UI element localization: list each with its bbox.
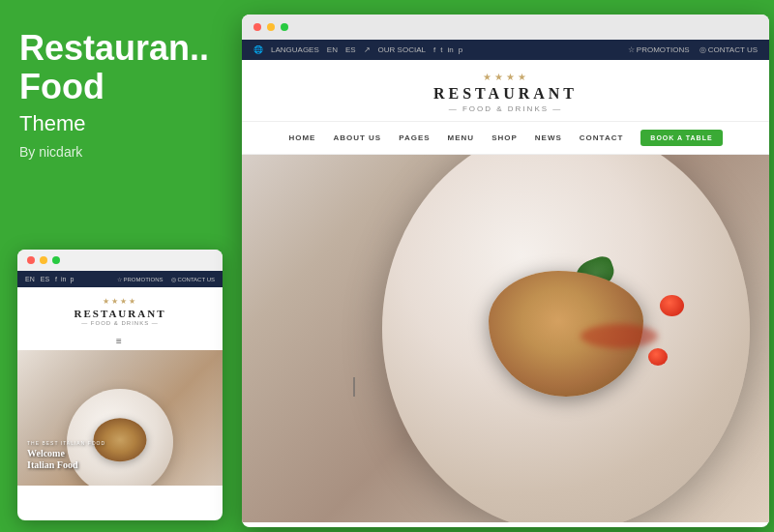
desktop-twitter-icon: t [440,45,442,54]
user-icon: ◎ [700,45,706,54]
mobile-overlay-small: THE BEST ITALIAN FOOD [27,440,105,446]
desktop-tagline: — FOOD & DRINKS — [242,104,769,113]
hero-cursor [353,377,355,397]
traffic-dot-green [52,256,60,264]
mobile-overlay-text: THE BEST ITALIAN FOOD Welcome Italian Fo… [27,440,105,471]
mobile-topbar: EN ES f in p ☆ PROMOTIONS ◎ CONTACT US [17,271,223,287]
desktop-stars: ★★★★ [242,72,769,82]
nav-contact[interactable]: CONTACT [580,133,624,142]
theme-by: By nicdark [19,144,218,160]
theme-title-line2: Food [19,67,104,106]
pinterest-icon: p [70,276,74,282]
desktop-social-icons: f t in p [433,45,462,54]
desktop-topbar-left: 🌐 LANGUAGES EN ES ↗ OUR SOCIAL f t in p [253,45,462,54]
hero-sauce [580,324,658,348]
globe-icon: 🌐 [253,45,263,54]
mobile-food-plate [67,389,173,486]
nav-home[interactable]: HOME [288,133,315,142]
desktop-our-social: OUR SOCIAL [378,45,426,54]
desktop-nav: HOME ABOUT US PAGES MENU SHOP NEWS CONTA… [242,121,769,155]
mobile-contact: ◎ CONTACT US [171,276,215,282]
mobile-logo-area: ★★★★ RESTAURANT — FOOD & DRINKS — [17,287,223,332]
desktop-mockup: 🌐 LANGUAGES EN ES ↗ OUR SOCIAL f t in p … [242,15,769,527]
desktop-facebook-icon: f [433,45,435,54]
mobile-stars: ★★★★ [25,297,215,306]
hero-tomato1 [660,295,684,316]
desktop-topbar-right: ☆ PROMOTIONS ◎ CONTACT US [628,45,758,54]
mobile-topbar-right: ☆ PROMOTIONS ◎ CONTACT US [117,276,215,282]
desktop-lang-en: EN [327,45,338,54]
desktop-topbar: 🌐 LANGUAGES EN ES ↗ OUR SOCIAL f t in p … [242,40,769,60]
mobile-overlay-title: Welcome Italian Food [27,448,105,471]
desktop-restaurant-name: RESTAURANT [242,85,769,103]
desktop-contact: ◎ CONTACT US [700,45,759,54]
star-outline-icon: ☆ [628,45,635,54]
mobile-mockup: EN ES f in p ☆ PROMOTIONS ◎ CONTACT US [17,250,223,520]
mobile-topbar-left: EN ES f in p [25,276,74,282]
nav-about[interactable]: ABOUT US [333,133,381,142]
nav-cta-button[interactable]: BOOK A TABLE [640,130,722,146]
desktop-dot-red [253,23,261,31]
desktop-linkedin-icon: in [447,45,453,54]
nav-pages[interactable]: PAGES [399,133,430,142]
theme-title-line1: Restauran.. [19,28,209,68]
desktop-traffic-lights [242,15,769,40]
nav-shop[interactable]: SHOP [491,133,518,142]
linkedin-icon: in [61,276,66,282]
desktop-hero [242,155,769,522]
desktop-dot-yellow [267,23,275,31]
desktop-logo-area: ★★★★ RESTAURANT — FOOD & DRINKS — [242,60,769,121]
nav-menu[interactable]: MENU [448,133,475,142]
theme-subtitle: Theme [19,111,218,136]
facebook-icon: f [55,276,57,282]
share-icon: ↗ [364,45,371,54]
desktop-lang-es: ES [345,45,356,54]
star-icon: ☆ [117,276,122,282]
desktop-promotions: ☆ PROMOTIONS [628,45,690,54]
desktop-pinterest-icon: p [459,45,462,54]
nav-news[interactable]: NEWS [535,133,562,142]
circle-icon: ◎ [171,276,176,282]
mobile-lang-es: ES [41,276,49,282]
mobile-tagline: — FOOD & DRINKS — [25,320,215,326]
mobile-lang-en: EN [25,276,35,282]
mobile-traffic-lights [17,250,223,271]
mobile-hamburger[interactable]: ≡ [17,332,223,350]
desktop-dot-green [281,23,288,31]
traffic-dot-red [27,256,35,264]
hero-tomato2 [648,348,668,366]
traffic-dot-yellow [40,256,47,264]
mobile-promotions: ☆ PROMOTIONS [117,276,164,282]
mobile-restaurant-name: RESTAURANT [25,308,215,319]
left-panel: Restauran.. Food Theme By nicdark EN ES … [0,0,237,532]
theme-title: Restauran.. Food [19,29,218,105]
desktop-languages-label: LANGUAGES [271,45,319,54]
mobile-social-icons: f in p [55,276,74,282]
mobile-food-image: THE BEST ITALIAN FOOD Welcome Italian Fo… [17,350,223,486]
